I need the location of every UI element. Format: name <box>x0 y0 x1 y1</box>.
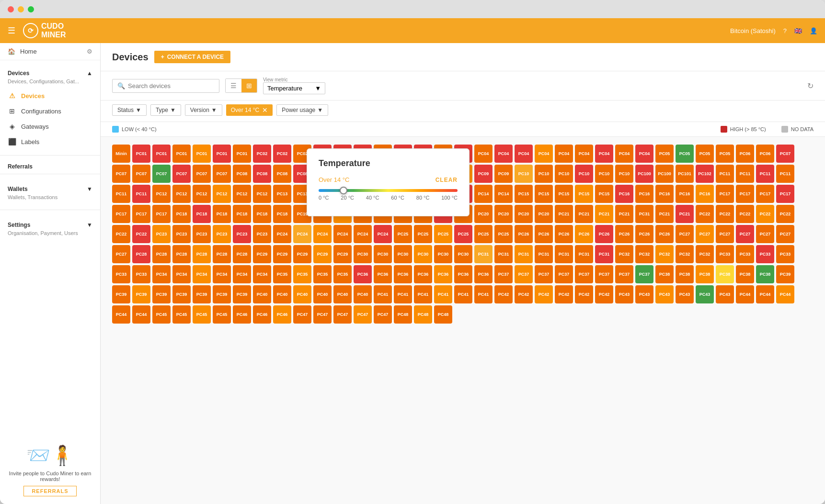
wallets-collapse-icon[interactable]: ▼ <box>87 186 92 192</box>
device-tile[interactable]: PC07 <box>172 165 191 183</box>
device-tile[interactable]: PC40 <box>354 285 372 303</box>
device-tile[interactable]: PC20 <box>515 205 533 223</box>
device-tile[interactable]: PC21 <box>555 205 573 223</box>
sidebar-item-gateways[interactable]: ◈ Gateways <box>0 119 100 134</box>
device-tile[interactable]: PC32 <box>696 245 714 263</box>
device-tile[interactable]: PC40 <box>313 285 332 303</box>
device-tile[interactable]: PC24 <box>333 225 352 243</box>
device-tile[interactable]: PC27 <box>736 225 754 243</box>
device-tile[interactable]: PC30 <box>394 245 412 263</box>
device-tile[interactable]: PC18 <box>273 205 291 223</box>
device-tile[interactable]: PC39 <box>213 285 231 303</box>
device-tile[interactable]: PC01 <box>213 145 231 163</box>
device-tile[interactable]: PC32 <box>676 245 694 263</box>
device-tile[interactable]: PC07 <box>112 165 130 183</box>
device-tile[interactable]: PC28 <box>152 245 171 263</box>
device-tile[interactable]: PC12 <box>213 185 231 203</box>
search-box[interactable]: 🔍 <box>112 79 219 93</box>
device-tile[interactable]: PC04 <box>635 145 653 163</box>
device-tile[interactable]: PC34 <box>213 265 231 283</box>
device-tile[interactable]: PC31 <box>555 245 573 263</box>
device-tile[interactable]: PC18 <box>233 205 251 223</box>
device-tile[interactable]: PC15 <box>555 185 573 203</box>
device-tile[interactable]: PC17 <box>152 205 171 223</box>
device-tile[interactable]: PC09 <box>474 165 493 183</box>
device-tile[interactable]: PC26 <box>595 225 613 243</box>
device-tile[interactable]: PC22 <box>736 205 754 223</box>
device-tile[interactable]: PC12 <box>172 185 191 203</box>
device-tile[interactable]: PC10 <box>515 165 533 183</box>
maximize-button[interactable] <box>28 6 34 12</box>
user-icon[interactable]: 👤 <box>810 27 817 34</box>
grid-view-button[interactable]: ⊞ <box>241 79 257 92</box>
device-tile[interactable]: PC05 <box>696 145 714 163</box>
device-tile[interactable]: PC44 <box>132 305 150 324</box>
device-tile[interactable]: PC14 <box>494 185 513 203</box>
device-tile[interactable]: PC33 <box>112 265 130 283</box>
device-tile[interactable]: PC101 <box>676 165 694 183</box>
device-tile[interactable]: PC22 <box>696 205 714 223</box>
wallets-section-title[interactable]: Wallets ▼ <box>0 180 100 194</box>
device-tile[interactable]: PC30 <box>454 245 472 263</box>
device-tile[interactable]: PC39 <box>193 285 211 303</box>
device-tile[interactable]: PC37 <box>555 265 573 283</box>
device-tile[interactable]: PC43 <box>655 285 674 303</box>
device-tile[interactable]: PC43 <box>696 285 714 303</box>
device-tile[interactable]: PC16 <box>635 185 653 203</box>
refresh-button[interactable]: ↻ <box>807 81 814 90</box>
close-button[interactable] <box>8 6 14 12</box>
device-tile[interactable]: PC25 <box>414 225 432 243</box>
device-tile[interactable]: PC37 <box>635 265 653 283</box>
device-tile[interactable]: PC02 <box>273 145 291 163</box>
device-tile[interactable]: PC32 <box>635 245 653 263</box>
device-tile[interactable]: PC45 <box>213 305 231 324</box>
device-tile[interactable]: PC24 <box>273 225 291 243</box>
device-tile[interactable]: PC04 <box>555 145 573 163</box>
device-tile[interactable]: PC07 <box>213 165 231 183</box>
device-tile[interactable]: PC10 <box>555 165 573 183</box>
device-tile[interactable]: PC47 <box>313 305 332 324</box>
search-input[interactable] <box>128 82 214 90</box>
device-tile[interactable]: PC48 <box>394 305 412 324</box>
minimize-button[interactable] <box>18 6 24 12</box>
device-tile[interactable]: PC01 <box>193 145 211 163</box>
device-tile[interactable]: PC34 <box>193 265 211 283</box>
device-tile[interactable]: PC24 <box>374 225 392 243</box>
device-tile[interactable]: PC35 <box>293 265 311 283</box>
device-tile[interactable]: PC23 <box>213 225 231 243</box>
power-filter[interactable]: Power usage ▼ <box>276 104 328 116</box>
device-tile[interactable]: PC20 <box>535 205 553 223</box>
device-tile[interactable]: PC11 <box>132 185 150 203</box>
view-metric-select[interactable]: Temperature ▼ <box>263 82 325 94</box>
device-tile[interactable]: PC04 <box>615 145 633 163</box>
device-tile[interactable]: PC39 <box>152 285 171 303</box>
device-tile[interactable]: PC37 <box>575 265 593 283</box>
device-tile[interactable]: PC16 <box>615 185 633 203</box>
device-tile[interactable]: PC33 <box>132 265 150 283</box>
device-tile[interactable]: PC32 <box>655 245 674 263</box>
device-tile[interactable]: PC33 <box>736 245 754 263</box>
device-tile[interactable]: PC31 <box>595 245 613 263</box>
device-tile[interactable]: PC26 <box>655 225 674 243</box>
device-tile[interactable]: PC13 <box>273 185 291 203</box>
device-tile[interactable]: PC12 <box>193 185 211 203</box>
device-tile[interactable]: PC38 <box>696 265 714 283</box>
device-tile[interactable]: PC28 <box>193 245 211 263</box>
device-tile[interactable]: PC41 <box>474 285 493 303</box>
device-tile[interactable]: PC27 <box>696 225 714 243</box>
device-tile[interactable]: PC39 <box>233 285 251 303</box>
connect-device-button[interactable]: + CONNECT A DEVICE <box>154 51 230 63</box>
device-tile[interactable]: PC34 <box>233 265 251 283</box>
device-tile[interactable]: PC100 <box>635 165 653 183</box>
device-tile[interactable]: PC25 <box>394 225 412 243</box>
device-tile[interactable]: PC38 <box>676 265 694 283</box>
device-tile[interactable]: PC16 <box>696 185 714 203</box>
device-tile[interactable]: PC40 <box>333 285 352 303</box>
device-tile[interactable]: PC21 <box>676 205 694 223</box>
help-icon[interactable]: ? <box>783 27 787 34</box>
device-tile[interactable]: PC31 <box>575 245 593 263</box>
device-tile[interactable]: PC04 <box>575 145 593 163</box>
device-tile[interactable]: PC40 <box>293 285 311 303</box>
device-tile[interactable]: PC17 <box>736 185 754 203</box>
device-tile[interactable]: PC01 <box>132 145 150 163</box>
